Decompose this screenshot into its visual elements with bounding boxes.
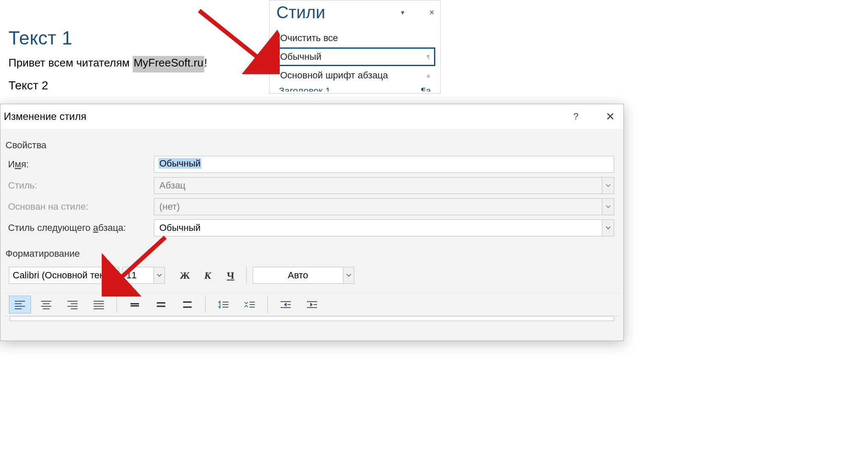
chevron-down-icon [602,178,614,194]
styles-item-tag: a [427,72,430,79]
document-area: Текст 1 Привет всем читателям MyFreeSoft… [8,28,254,92]
styles-list: Очистить все Обычный ¶ Основной шрифт аб… [270,29,440,93]
align-left-button[interactable] [9,296,31,313]
style-type-combo: Абзац [154,177,614,194]
line-spacing-1-5-button[interactable] [150,296,172,313]
dialog-title: Изменение стиля [4,111,86,122]
styles-pane: Стили ▾ ✕ Очистить все Обычный ¶ Основно… [269,0,441,94]
line-spacing-2-button[interactable] [176,296,198,313]
font-size-combo[interactable]: 11 [122,267,165,284]
section-properties-label: Свойства [6,140,618,151]
styles-item-clear-all[interactable]: Очистить все [275,29,435,47]
label-text: Стиль следующего [8,222,93,233]
separator [246,267,247,284]
name-input[interactable]: Обычный [154,156,614,173]
styles-pane-header: Стили ▾ ✕ [270,0,440,29]
name-label: Имя: [6,159,154,170]
based-on-label: Основан на стиле: [6,201,154,212]
help-button[interactable]: ? [573,111,579,122]
styles-item-label: Основной шрифт абзаца [280,70,388,81]
row-based-on: Основан на стиле: (нет) [6,198,618,215]
font-size-value: 11 [123,270,153,281]
styles-pane-options-icon[interactable]: ▾ [401,8,404,17]
doc-heading-1: Текст 1 [8,28,254,49]
styles-item-default-font[interactable]: Основной шрифт абзаца a [275,66,435,85]
svg-marker-35 [310,302,313,307]
next-style-value: Обычный [154,222,206,233]
style-type-label: Стиль: [6,180,154,191]
styles-item-tag: ¶ [427,54,430,60]
doc-paragraph-1: Привет всем читателям MyFreeSoft.ru! [8,56,254,69]
font-family-combo[interactable]: Calibri (Основной текст [9,267,119,284]
close-button[interactable]: ✕ [606,110,615,123]
based-on-combo: (нет) [154,198,614,215]
styles-item-normal[interactable]: Обычный ¶ [275,47,435,66]
section-formatting-label: Форматирование [6,248,618,259]
doc-text: Привет всем читателям [8,56,133,69]
name-input-value: Обычный [159,158,201,169]
chevron-down-icon[interactable] [153,267,164,283]
doc-selected-text[interactable]: MyFreeSoft.ru [133,56,204,72]
chevron-down-icon [602,199,614,215]
doc-text: ! [204,56,207,69]
styles-item-tag: ¶а [421,86,431,92]
paragraph-toolbar [6,293,618,316]
dialog-titlebar: Изменение стиля ? ✕ [0,104,623,129]
chevron-down-icon[interactable] [343,267,354,283]
font-family-value: Calibri (Основной текст [9,270,108,281]
next-style-label: Стиль следующего абзаца: [6,222,154,233]
italic-button[interactable]: К [198,267,217,284]
svg-marker-31 [284,302,287,307]
label-text: я: [21,159,29,169]
based-on-value: (нет) [154,201,185,212]
align-right-button[interactable] [61,296,83,313]
style-preview-box [10,316,614,321]
dialog-body: Свойства Имя: Обычный Стиль: Абзац Основ… [0,129,623,341]
font-color-value: Авто [253,270,343,281]
align-justify-button[interactable] [88,296,110,313]
styles-pane-title: Стили [276,3,325,22]
chevron-down-icon[interactable] [602,220,614,236]
label-text: бзаца: [98,222,126,233]
row-style-type: Стиль: Абзац [6,177,618,194]
underline-button[interactable]: Ч [221,267,240,284]
line-spacing-1-button[interactable] [124,296,146,313]
label-text-ul: м [15,159,21,169]
align-center-button[interactable] [35,296,57,313]
bold-button[interactable]: Ж [175,267,195,284]
separator [205,296,206,313]
styles-item-label: Очистить все [280,33,338,44]
style-type-value: Абзац [154,180,191,191]
next-style-combo[interactable]: Обычный [154,219,614,236]
space-before-decrease-button[interactable] [239,296,261,313]
label-text: И [8,159,15,169]
separator [267,296,268,313]
close-icon[interactable]: ✕ [429,8,434,17]
doc-paragraph-2: Текст 2 [8,79,254,92]
styles-item-label: Обычный [280,51,321,62]
row-name: Имя: Обычный [6,156,618,173]
modify-style-dialog: Изменение стиля ? ✕ Свойства Имя: Обычны… [0,104,624,341]
formatting-toolbar: Calibri (Основной текст 11 Ж К Ч Авто [6,267,618,284]
font-color-combo[interactable]: Авто [253,267,354,284]
decrease-indent-button[interactable] [275,296,297,313]
label-text-ul: а [93,222,98,233]
separator [117,296,117,313]
styles-item-label: Заголовок 1 [279,86,331,92]
row-next-style: Стиль следующего абзаца: Обычный [6,219,618,236]
chevron-down-icon[interactable] [108,267,119,283]
space-before-increase-button[interactable] [212,296,234,313]
increase-indent-button[interactable] [301,296,323,313]
styles-item-heading1[interactable]: Заголовок 1 ¶а [275,85,435,92]
